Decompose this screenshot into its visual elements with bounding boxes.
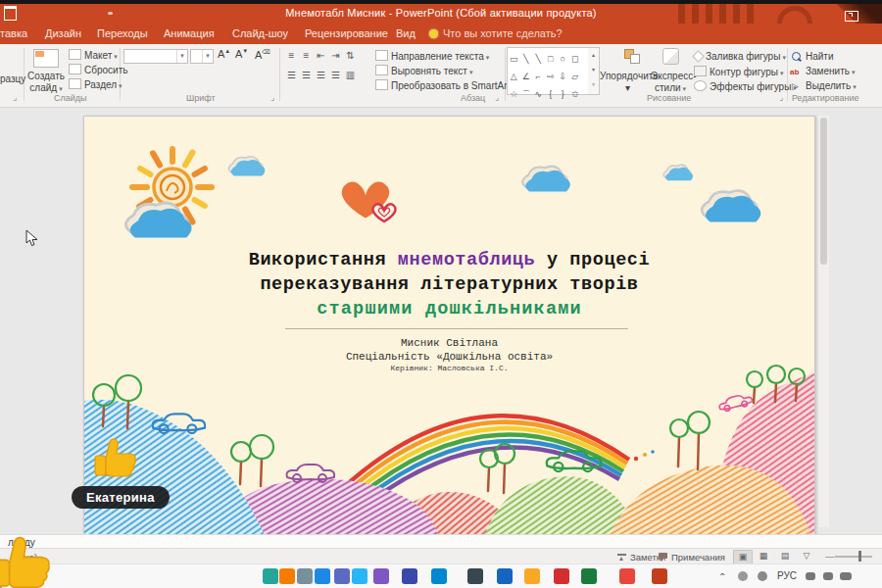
ribbon-tab[interactable]: тавка [0, 27, 27, 39]
app-icon-teal[interactable] [263, 568, 278, 584]
tray-battery-icon[interactable] [840, 572, 852, 580]
comments-toggle[interactable]: Примечания [671, 552, 725, 563]
chrome-icon[interactable] [619, 568, 635, 584]
shrink-font-icon[interactable]: А▼ [235, 48, 248, 60]
ribbon-tab[interactable]: Переходы [97, 27, 148, 39]
view-normal-button[interactable]: ▣ [733, 550, 753, 564]
shape-icon[interactable]: ⇨ [545, 70, 558, 83]
powerpoint-icon[interactable] [652, 568, 667, 584]
replace-button[interactable]: Заменить▾ [806, 66, 855, 76]
notes-pane[interactable]: лайду [0, 534, 882, 549]
find-button[interactable]: Найти [806, 51, 834, 62]
shape-icon[interactable]: ◻ [569, 52, 582, 66]
convert-smartart-button[interactable]: Преобразовать в SmartArt▾ [375, 79, 515, 91]
shape-icon[interactable]: ∠ [520, 70, 533, 83]
alignment-icon[interactable]: ☰ [328, 70, 343, 80]
font-name-combobox[interactable]: ▼ [123, 49, 188, 64]
app-icon-gray[interactable] [297, 568, 313, 584]
grow-font-icon[interactable]: А▲ [218, 48, 230, 60]
font-size-combobox[interactable]: ▼ [190, 49, 214, 64]
new-slide-button[interactable]: Создать слайд▾ [27, 49, 65, 95]
paragraph-dialog-launcher-icon[interactable]: ⌟ [495, 92, 499, 102]
layout-button[interactable]: Макет▾ [69, 49, 118, 61]
shape-icon[interactable]: △ [508, 70, 520, 83]
tray-sync-icon[interactable] [738, 571, 748, 581]
shape-icon[interactable]: ╲ [520, 52, 533, 66]
tellme-box[interactable]: Что вы хотите сделать? [443, 27, 563, 39]
view-reading-button[interactable]: ▤ [776, 550, 794, 563]
shape-icon[interactable]: { [545, 87, 558, 101]
format-painter-partial[interactable]: разцу [0, 74, 25, 84]
shape-icon[interactable]: □ [545, 52, 558, 66]
app-icon-azure[interactable] [431, 568, 447, 584]
shape-icon[interactable]: ▱ [569, 70, 582, 83]
vertical-scrollbar-thumb[interactable] [820, 118, 827, 265]
app-icon-red-badge[interactable] [554, 568, 569, 584]
chevron-down-icon[interactable]: ▼ [176, 50, 187, 63]
shape-icon[interactable]: ⌒ [520, 87, 533, 101]
shape-icon[interactable]: ▭ [508, 52, 520, 66]
tray-volume-icon[interactable] [823, 572, 833, 580]
shape-fill-button[interactable]: Заливка фигуры▾ [694, 51, 786, 62]
tray-network-icon[interactable] [806, 572, 815, 580]
slide-subtitle[interactable]: старшими дошкільниками [84, 299, 814, 319]
shape-effects-button[interactable]: Эффекты фигуры▾ [694, 80, 797, 92]
paragraph-icon[interactable]: ⇤ [314, 50, 328, 61]
paragraph-icon[interactable]: ≡ [299, 50, 314, 61]
ribbon-tab[interactable]: Дизайн [45, 27, 81, 39]
ribbon-tab[interactable]: Слайд-шоу [232, 27, 288, 39]
clear-formatting-icon[interactable]: А⌫ [255, 48, 270, 61]
excel-icon[interactable] [581, 568, 597, 584]
language-switcher[interactable]: РУС [777, 570, 797, 581]
zoom-slider[interactable] [835, 556, 872, 558]
ribbon-tab[interactable]: Рецензирование [305, 27, 388, 39]
reset-button[interactable]: Сбросить [69, 64, 127, 75]
app-icon-lightblue[interactable] [352, 568, 368, 584]
shape-icon[interactable]: ∿ [532, 87, 545, 101]
view-slideshow-button[interactable]: ▽ [798, 550, 815, 563]
tray-expand-arrow[interactable]: ⌃ [718, 571, 726, 582]
paragraph-icon[interactable]: ⇅ [343, 50, 358, 61]
slide-title[interactable]: Використання мнемотаблиць у процесі пере… [84, 248, 814, 297]
paragraph-icon[interactable]: ⇥ [328, 50, 343, 61]
drawing-dialog-launcher-icon[interactable]: ⌟ [779, 92, 783, 102]
slide-author-block[interactable]: Мисник Світлана Спеціальність «Дошкільна… [84, 336, 814, 364]
arrange-button[interactable]: Упорядочить [600, 71, 659, 81]
shape-icon[interactable]: } [557, 87, 569, 101]
ribbon-tab[interactable]: Анимация [164, 27, 215, 39]
shape-icon[interactable]: ✩ [569, 87, 582, 101]
word-icon[interactable] [497, 568, 513, 584]
app-icon-orange[interactable] [279, 568, 295, 584]
paragraph-icon[interactable]: ≡ [284, 50, 299, 61]
app-icon-briefcase[interactable] [467, 568, 483, 584]
zoom-slider-handle[interactable] [858, 551, 861, 562]
app-icon-violet[interactable] [373, 568, 389, 584]
shapes-gallery-scroll[interactable]: ▴▾▿ [588, 47, 600, 95]
alignment-icon[interactable]: ☰ [299, 70, 314, 80]
chevron-down-icon[interactable]: ▼ [202, 50, 213, 63]
shape-icon[interactable]: ○ [557, 52, 569, 66]
font-dialog-launcher-icon[interactable]: ⌟ [270, 92, 274, 102]
alignment-icon[interactable]: ▥ [343, 70, 358, 80]
app-icon-navy[interactable] [402, 568, 417, 584]
app-icon-blue[interactable] [315, 568, 330, 584]
shape-icon[interactable]: ⇩ [557, 70, 569, 83]
clipboard-dialog-launcher-icon[interactable]: ⌟ [13, 92, 17, 102]
arrange-dropdown-arrow[interactable]: ▾ [625, 82, 630, 93]
presentation-display-icon[interactable] [845, 11, 858, 22]
app-icon-indigo[interactable] [334, 568, 350, 584]
alignment-icon[interactable]: ☰ [284, 70, 299, 80]
shape-icon[interactable]: ⌐ [532, 70, 545, 83]
align-text-button[interactable]: Выровнять текст▾ [375, 65, 472, 76]
folder-icon[interactable] [524, 568, 540, 584]
slide-canvas[interactable]: Використання мнемотаблиць у процесі пере… [83, 116, 815, 538]
quick-styles-button[interactable]: Экспресс- [651, 71, 697, 81]
shape-icon[interactable]: ☆ [508, 87, 520, 101]
shape-outline-button[interactable]: Контур фигуры▾ [694, 66, 783, 77]
quick-styles-button-line2[interactable]: стили▾ [655, 82, 686, 93]
zoom-out-button[interactable]: — [825, 551, 835, 562]
view-sorter-button[interactable]: ▦ [755, 550, 772, 563]
ribbon-tab[interactable]: Вид [396, 27, 416, 39]
shape-icon[interactable]: ╲ [532, 52, 545, 66]
select-button[interactable]: Выделить▾ [806, 80, 857, 91]
